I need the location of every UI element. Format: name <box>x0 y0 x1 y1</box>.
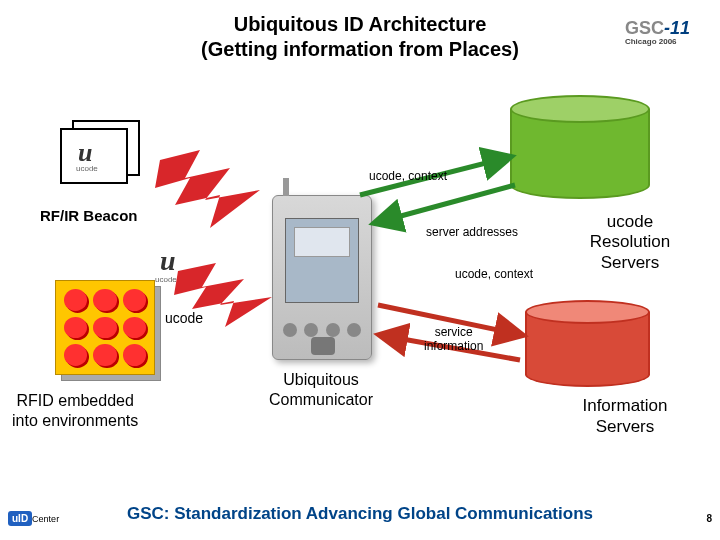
device-antenna <box>283 178 289 196</box>
dbg1: ucode <box>607 212 653 231</box>
device-screen <box>285 218 359 303</box>
rfid-dot <box>64 317 87 339</box>
logo-num: 11 <box>670 18 690 38</box>
title-line1: Ubiquitous ID Architecture <box>234 13 487 35</box>
si2: information <box>424 339 483 353</box>
footer-tagline: GSC: Standardization Advancing Global Co… <box>0 504 720 524</box>
db-red-label: Information Servers <box>555 395 695 438</box>
cube-front: u ucode <box>60 128 128 184</box>
rfid-label1: RFID embedded <box>16 392 133 409</box>
rfid-dot <box>93 344 116 366</box>
svg-marker-1 <box>174 263 272 327</box>
title-line2: (Getting information from Places) <box>201 38 519 60</box>
db-top <box>525 300 650 324</box>
information-db <box>525 300 650 387</box>
rfid-dot <box>93 317 116 339</box>
flow-ucode-context-mid: ucode, context <box>455 267 533 281</box>
svg-marker-0 <box>155 150 260 228</box>
slide-title: Ubiquitous ID Architecture (Getting info… <box>0 0 720 62</box>
beacon-u-sub: ucode <box>76 164 98 173</box>
rfid-dot <box>64 289 87 311</box>
rfid-front <box>55 280 155 375</box>
rfid-label2: into environments <box>12 412 138 429</box>
device-dpad <box>311 337 335 355</box>
db-green-label: ucode Resolution Servers <box>560 212 700 273</box>
communicator-device <box>272 195 372 360</box>
ucode-resolution-db <box>510 95 650 199</box>
lightning-icon <box>150 140 270 230</box>
comm-label2: Communicator <box>269 391 373 408</box>
lightning-icon <box>170 255 280 330</box>
device-btn <box>304 323 318 337</box>
dbg3: Servers <box>601 253 660 272</box>
dbr2: Servers <box>596 417 655 436</box>
device-buttons <box>283 323 361 337</box>
rfid-dot <box>123 289 146 311</box>
svg-line-3 <box>375 185 515 223</box>
logo-prefix: GSC <box>625 18 664 38</box>
diagram-canvas: u ucode RF/IR Beacon u ucode ucode RFID … <box>0 95 720 490</box>
device-btn <box>347 323 361 337</box>
communicator-label: Ubiquitous Communicator <box>246 370 396 410</box>
logo-sub: Chicago 2006 <box>625 37 690 46</box>
comm-label1: Ubiquitous <box>283 371 359 388</box>
beacon-label: RF/IR Beacon <box>40 207 138 224</box>
dbg2: Resolution <box>590 232 670 251</box>
flow-ucode-context-up: ucode, context <box>369 169 447 183</box>
rfid-dot <box>93 289 116 311</box>
page-number: 8 <box>706 513 712 524</box>
rfid-dot <box>123 317 146 339</box>
gsc-logo: GSC-11 Chicago 2006 <box>625 18 690 46</box>
device-btn <box>283 323 297 337</box>
rfid-dot <box>123 344 146 366</box>
screen-inner <box>294 227 350 257</box>
rfid-dot <box>64 344 87 366</box>
db-top <box>510 95 650 123</box>
si1: service <box>435 325 473 339</box>
dbr1: Information <box>582 396 667 415</box>
flow-service-info: service information <box>424 326 483 354</box>
rfid-label: RFID embedded into environments <box>12 391 138 431</box>
device-btn <box>326 323 340 337</box>
flow-server-addresses: server addresses <box>426 225 518 239</box>
